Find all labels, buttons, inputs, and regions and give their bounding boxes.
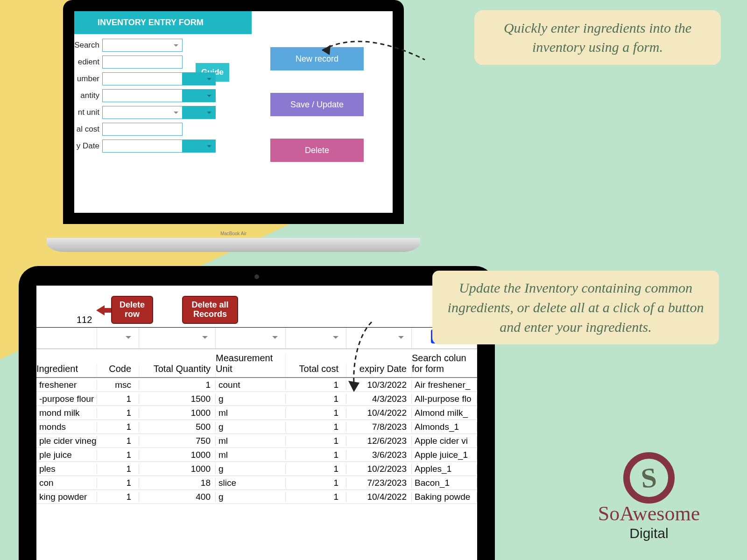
label-search: Search [74,41,102,50]
number-dropdown[interactable] [182,72,216,85]
delete-row-button[interactable]: Delete row [111,296,153,324]
col-header: Ingredient [36,364,97,377]
arrow-icon [344,317,381,397]
arrow-icon [313,36,434,74]
brand-logo: S SoAwesome Digital [579,452,719,541]
search-dropdown[interactable] [102,39,183,52]
table-row[interactable]: ple juice11000ml13/6/2023Apple juice_1 [36,448,477,462]
laptop-brand-label: MacBook Air [220,231,247,236]
laptop-mockup-2: 112 Delete row Delete all Records A - Z … [19,266,495,560]
label-cost: al cost [74,125,102,134]
laptop-base [47,238,420,252]
brand-sub: Digital [579,525,719,541]
col-header: Search colun for form [412,353,477,377]
col-header: Total cost [286,364,346,377]
expiry-dropdown[interactable] [182,140,216,153]
delete-all-button[interactable]: Delete all Records [182,296,238,324]
delete-button[interactable]: Delete [270,139,364,162]
svg-marker-0 [322,45,331,55]
callout-1: Quickly enter ingredients into the inven… [476,12,719,63]
camera-icon [254,274,259,279]
expiry-input[interactable] [102,140,183,153]
col-header: Code [97,364,139,377]
label-number: umber [74,74,102,84]
filter-dropdown[interactable] [97,328,139,349]
arrow-left-icon [96,305,113,315]
quantity-dropdown[interactable] [182,89,216,102]
header-row: Ingredient Code Total Quantity Measureme… [36,349,477,378]
table-row[interactable]: con118slice17/23/2023Bacon_1 [36,476,477,490]
save-update-button[interactable]: Save / Update [270,93,364,116]
table-row[interactable]: monds1500g17/8/2023Almonds_1 [36,420,477,434]
table-row[interactable]: -purpose flour11500g14/3/2023All-purpose… [36,392,477,406]
quantity-input[interactable] [102,89,183,102]
label-expiry: y Date [74,141,102,151]
ingredient-input[interactable] [102,56,183,69]
label-unit: nt unit [74,108,102,117]
filter-dropdown[interactable] [216,328,286,349]
brand-name: SoAwesome [579,502,719,525]
callout-2: Update the Inventory containing common i… [432,271,719,344]
filter-dropdown[interactable] [139,328,216,349]
col-header: Total Quantity [139,364,216,377]
record-count: 112 [77,315,92,325]
label-quantity: antity [74,91,102,100]
cost-input[interactable] [102,123,183,136]
label-ingredient: edient [74,57,102,67]
svg-marker-2 [348,381,359,392]
unit-dropdown[interactable] [182,106,216,119]
filter-dropdown[interactable] [286,328,346,349]
table-row[interactable]: mond milk11000ml110/4/2022Almond milk_ [36,406,477,420]
form-title: INVENTORY ENTRY FORM [74,11,252,34]
number-input[interactable] [102,72,183,85]
table-row[interactable]: ples11000g110/2/2023Apples_1 [36,462,477,476]
filter-cell[interactable] [36,328,97,349]
col-header: Measurement Unit [216,353,286,377]
table-row[interactable]: ple cider vineg1750ml112/6/2023Apple cid… [36,434,477,448]
table-row[interactable]: king powder1400g110/4/2022Baking powde [36,490,477,504]
svg-marker-1 [96,305,113,315]
filter-row: A - Z [36,328,477,349]
unit-select[interactable] [102,106,183,119]
table-row[interactable]: freshenermsc1count110/3/2022Air freshene… [36,378,477,392]
